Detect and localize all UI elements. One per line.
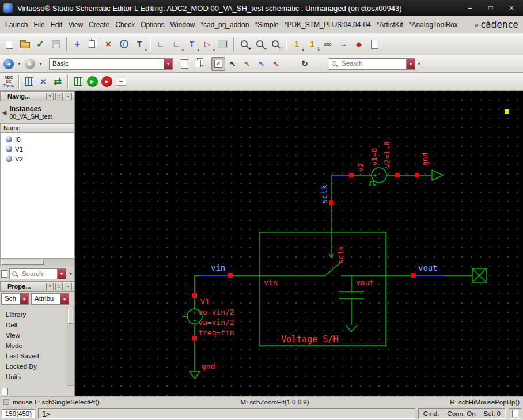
- ade-icon[interactable]: [71, 75, 85, 89]
- navigator-close-button[interactable]: ×: [65, 93, 72, 100]
- return-to-top-caret-icon[interactable]: ▾: [317, 48, 320, 52]
- multi-window-icon[interactable]: [192, 57, 206, 71]
- save-icon[interactable]: [48, 37, 63, 52]
- v2-instance-label[interactable]: v2: [356, 162, 365, 172]
- property-filter-combo[interactable]: Attribu ▾: [31, 293, 69, 305]
- vin-net-label[interactable]: vin: [211, 263, 225, 273]
- zoom-in-icon[interactable]: +: [237, 37, 252, 52]
- property-row-cell[interactable]: Cell: [0, 320, 67, 330]
- abort-icon[interactable]: ×: [36, 75, 50, 89]
- menu-edit[interactable]: Edit: [48, 16, 66, 33]
- selection-mode-icon[interactable]: ✓: [211, 57, 225, 71]
- menu-window[interactable]: Window: [168, 16, 198, 33]
- navigate-next-icon[interactable]: →: [336, 37, 351, 52]
- close-button[interactable]: ×: [503, 2, 520, 14]
- hscrollbar-thumb[interactable]: [1, 260, 44, 265]
- open-icon[interactable]: [17, 37, 32, 52]
- navigator-column-header[interactable]: Name: [0, 123, 74, 133]
- gnd-top-label[interactable]: gnd: [420, 153, 429, 166]
- v2-source-symbol[interactable]: + −: [369, 168, 386, 185]
- stop-simulation-icon[interactable]: ■: [100, 75, 113, 89]
- delete-icon[interactable]: ×: [101, 37, 116, 52]
- hierarchy-browser-icon[interactable]: [367, 37, 382, 52]
- menu-artistkit[interactable]: *ArtistKit: [374, 16, 406, 33]
- zoom-to-fit-icon[interactable]: □: [268, 37, 283, 52]
- menu-launch[interactable]: Launch: [2, 16, 31, 33]
- workspace-combo-button[interactable]: ▾: [164, 59, 172, 69]
- create-label-icon[interactable]: T▾: [184, 37, 199, 52]
- property-mode-button[interactable]: ▾: [20, 294, 28, 304]
- output-port-symbol[interactable]: [472, 268, 486, 282]
- navigator-titlebar[interactable]: Navig... ? □ ×: [0, 91, 74, 101]
- toolbar-search-button[interactable]: ▾: [406, 59, 415, 69]
- sclk-net-label[interactable]: sclk: [320, 184, 329, 204]
- property-filter-button[interactable]: ▾: [60, 294, 69, 304]
- menu-view[interactable]: View: [65, 16, 86, 33]
- property-mode-combo[interactable]: Sch ▾: [1, 293, 29, 305]
- command-prompt[interactable]: 1>: [38, 408, 415, 419]
- edit-labels-caret-icon[interactable]: ▾: [145, 48, 147, 52]
- menu-options[interactable]: Options: [138, 16, 167, 33]
- navigator-help-button[interactable]: ?: [46, 93, 54, 100]
- menu-simple[interactable]: *Simple: [252, 16, 281, 33]
- sample-hold-block[interactable]: [259, 232, 386, 346]
- calculator-icon[interactable]: [22, 75, 36, 89]
- workspace-combo[interactable]: Basic ▾: [49, 58, 173, 70]
- toolbar-search[interactable]: Search ▾: [329, 58, 415, 70]
- maximize-button[interactable]: □: [483, 2, 499, 14]
- back-caret-icon[interactable]: ▾: [17, 61, 22, 66]
- vout-pin-label[interactable]: vout: [356, 278, 374, 287]
- minimize-button[interactable]: –: [462, 2, 478, 14]
- create-pin-icon[interactable]: ▷▾: [200, 37, 215, 52]
- copy-icon[interactable]: [85, 37, 100, 52]
- instance-tree-item-v2[interactable]: V2: [1, 154, 74, 164]
- new-cellview-icon[interactable]: [2, 37, 17, 52]
- create-wire-wide-icon[interactable]: ∟▾: [169, 37, 184, 52]
- partial-select-icon[interactable]: ↖: [240, 57, 254, 71]
- property-row-mode[interactable]: Mode: [0, 340, 67, 351]
- search-options-caret-icon[interactable]: ▾: [416, 61, 422, 66]
- descend-caret-icon[interactable]: ▾: [302, 48, 304, 52]
- plot-waveform-icon[interactable]: ~: [114, 75, 128, 89]
- check-and-save-icon[interactable]: ✓: [33, 37, 48, 52]
- panel-dock-icon[interactable]: [2, 388, 8, 395]
- property-float-button[interactable]: □: [55, 283, 63, 290]
- probe-select-icon[interactable]: ↖: [255, 57, 268, 71]
- property-close-button[interactable]: ×: [65, 283, 72, 290]
- v1-param3-label[interactable]: freq=fin: [198, 328, 234, 337]
- v1-param1-label[interactable]: vo=vin/2: [198, 308, 234, 316]
- netlist-icon[interactable]: ⇄: [51, 75, 65, 89]
- vin-pin-label[interactable]: vin: [264, 278, 277, 287]
- menu-analogtoolbox[interactable]: *AnalogToolBox: [406, 16, 461, 33]
- create-marker-icon[interactable]: ◆: [351, 37, 366, 52]
- soft-select-icon[interactable]: ↖: [269, 57, 283, 71]
- instance-tree-item-v1[interactable]: V1: [1, 144, 74, 154]
- collapse-arrow-icon[interactable]: ◀: [2, 109, 6, 116]
- menu-pdk-stm-plus-04-04-04[interactable]: *PDK_STM_PLUS:04.04-04: [282, 16, 374, 33]
- create-wire-wide-caret-icon[interactable]: ▾: [181, 48, 184, 52]
- filter-icon[interactable]: [1, 270, 7, 278]
- property-row-view[interactable]: View: [0, 330, 67, 340]
- block-title-label[interactable]: Voltage S/H: [281, 334, 338, 345]
- edit-labels-icon[interactable]: T▾: [132, 37, 147, 52]
- vscrollbar-thumb[interactable]: [68, 308, 73, 324]
- zoom-out-icon[interactable]: −: [252, 37, 267, 52]
- v1-param2-label[interactable]: va=vin/2: [198, 318, 234, 327]
- v1-instance-label[interactable]: V1: [200, 297, 210, 306]
- property-row-units[interactable]: Units: [0, 372, 67, 382]
- gnd-bottom-label[interactable]: gnd: [202, 362, 215, 370]
- schematic-canvas[interactable]: + − + − ~: [75, 91, 523, 396]
- menu-check[interactable]: Check: [112, 16, 138, 33]
- navigator-hscrollbar[interactable]: [0, 259, 74, 266]
- create-label-caret-icon[interactable]: ▾: [197, 48, 199, 52]
- create-pin-caret-icon[interactable]: ▾: [213, 48, 215, 52]
- instance-tree-item-i0[interactable]: I0: [1, 134, 74, 144]
- check-labels-icon[interactable]: abc: [320, 37, 335, 52]
- gesture-icon[interactable]: ↻: [298, 57, 312, 71]
- descend-icon[interactable]: 1↓▾: [289, 37, 304, 52]
- move-icon[interactable]: +: [70, 37, 85, 52]
- property-row-locked-by[interactable]: Locked By: [0, 361, 67, 372]
- run-simulation-icon[interactable]: ▶: [85, 75, 99, 89]
- forward-caret-icon[interactable]: ▾: [38, 61, 43, 66]
- v2-param1-label[interactable]: v1=0: [370, 148, 378, 166]
